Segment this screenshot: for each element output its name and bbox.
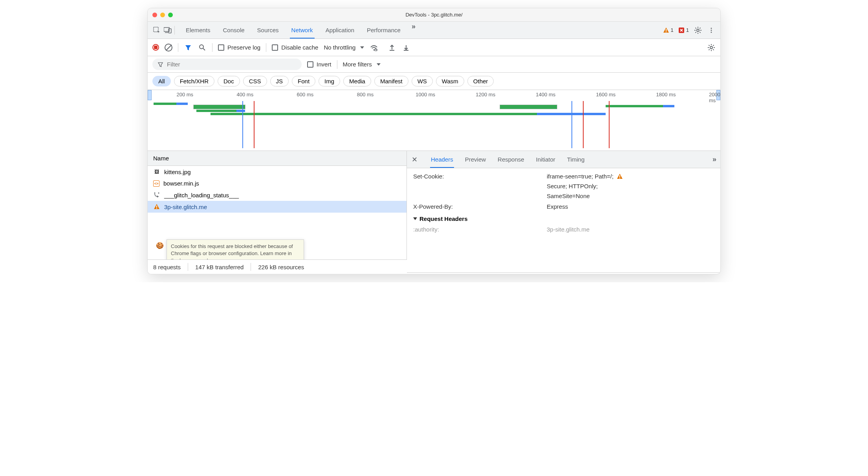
warnings-count: 1 xyxy=(671,27,674,33)
filter-chip-media[interactable]: Media xyxy=(343,76,371,86)
disable-cache-checkbox[interactable]: Disable cache xyxy=(272,44,318,51)
filter-chip-img[interactable]: Img xyxy=(319,76,340,86)
search-icon[interactable] xyxy=(198,43,207,52)
traffic-lights xyxy=(152,13,173,17)
svg-rect-23 xyxy=(619,178,620,178)
filter-chip-font[interactable]: Font xyxy=(292,76,315,86)
time-labels: 200 ms 400 ms 600 ms 800 ms 1000 ms 1200… xyxy=(148,92,720,99)
network-settings-gear-icon[interactable] xyxy=(707,43,716,52)
svg-rect-21 xyxy=(156,208,157,209)
svg-point-7 xyxy=(697,29,699,31)
warning-icon xyxy=(617,173,623,180)
request-headers-section[interactable]: Request Headers xyxy=(413,215,714,222)
record-button[interactable] xyxy=(152,44,159,51)
filter-chip-css[interactable]: CSS xyxy=(243,76,267,86)
main-tabs: Elements Console Sources Network Applica… xyxy=(184,22,661,38)
request-row[interactable]: 🖼 kittens.jpg xyxy=(148,166,407,178)
svg-point-10 xyxy=(711,31,712,33)
transferred-size: 147 kB transferred xyxy=(195,264,244,270)
maximize-window-button[interactable] xyxy=(168,13,173,17)
filter-input[interactable] xyxy=(152,59,302,70)
tab-preview[interactable]: Preview xyxy=(464,152,487,167)
tab-sources[interactable]: Sources xyxy=(256,22,280,38)
svg-rect-22 xyxy=(619,175,620,177)
svg-point-18 xyxy=(154,193,156,194)
svg-rect-20 xyxy=(156,206,157,208)
tab-initiator[interactable]: Initiator xyxy=(535,152,556,167)
disclosure-triangle-icon xyxy=(413,217,417,220)
request-name: kittens.jpg xyxy=(164,169,191,175)
tab-elements[interactable]: Elements xyxy=(184,22,212,38)
image-file-icon: 🖼 xyxy=(153,168,160,175)
request-row[interactable]: ___glitch_loading_status___ xyxy=(148,189,407,201)
minimize-window-button[interactable] xyxy=(160,13,165,17)
column-header-name[interactable]: Name xyxy=(148,151,407,166)
filter-chip-wasm[interactable]: Wasm xyxy=(436,76,464,86)
svg-point-8 xyxy=(711,28,712,29)
throttling-dropdown[interactable]: No throttling xyxy=(324,44,364,51)
chevron-down-icon xyxy=(377,63,381,66)
detail-panel: ✕ Headers Preview Response Initiator Tim… xyxy=(407,151,720,272)
time-label: 400 ms xyxy=(237,92,254,97)
divider xyxy=(212,43,212,52)
request-row[interactable]: <> bowser.min.js xyxy=(148,178,407,189)
invert-checkbox[interactable]: Invert xyxy=(307,61,331,68)
filter-chip-js[interactable]: JS xyxy=(270,76,289,86)
errors-badge[interactable]: 1 xyxy=(678,27,689,33)
window-title: DevTools - 3pc.glitch.me/ xyxy=(405,12,462,18)
upload-har-icon[interactable] xyxy=(388,43,396,52)
filter-row: Invert More filters xyxy=(148,56,720,73)
more-menu-icon[interactable] xyxy=(707,26,716,35)
inspect-element-icon[interactable] xyxy=(152,26,161,35)
title-bar: DevTools - 3pc.glitch.me/ xyxy=(148,8,720,22)
download-har-icon[interactable] xyxy=(402,43,410,52)
filter-chip-other[interactable]: Other xyxy=(467,76,494,86)
filter-chip-manifest[interactable]: Manifest xyxy=(374,76,408,86)
close-detail-button[interactable]: ✕ xyxy=(412,155,418,164)
timeline-overview[interactable]: 200 ms 400 ms 600 ms 800 ms 1000 ms 1200… xyxy=(148,90,720,151)
settings-gear-icon[interactable] xyxy=(694,26,702,35)
tab-headers[interactable]: Headers xyxy=(430,152,454,168)
divider xyxy=(266,43,266,52)
tab-application[interactable]: Application xyxy=(324,22,356,38)
more-filters-dropdown[interactable]: More filters xyxy=(343,61,381,68)
warning-icon xyxy=(153,203,160,210)
network-conditions-icon[interactable] xyxy=(370,43,378,52)
filter-toggle-icon[interactable] xyxy=(184,43,192,52)
header-name: X-Powered-By: xyxy=(413,203,547,210)
js-file-icon: <> xyxy=(153,180,159,187)
waterfall xyxy=(148,101,720,148)
preserve-log-checkbox[interactable]: Preserve log xyxy=(218,44,260,51)
time-label: 600 ms xyxy=(297,92,314,97)
request-list-panel: Name 🖼 kittens.jpg <> bowser.min.js ___g… xyxy=(148,151,407,272)
clear-button[interactable] xyxy=(165,44,172,51)
filter-chip-ws[interactable]: WS xyxy=(412,76,433,86)
more-tabs-chevron-icon[interactable]: » xyxy=(412,22,415,38)
filter-chip-all[interactable]: All xyxy=(152,76,171,86)
tab-response[interactable]: Response xyxy=(497,152,525,167)
more-detail-tabs-icon[interactable]: » xyxy=(712,155,716,164)
filter-chip-doc[interactable]: Doc xyxy=(218,76,240,86)
svg-rect-2 xyxy=(165,32,168,33)
main-toolbar: Elements Console Sources Network Applica… xyxy=(148,22,720,39)
tab-network[interactable]: Network xyxy=(290,22,315,39)
warnings-badge[interactable]: 1 xyxy=(663,27,674,33)
resources-size: 226 kB resources xyxy=(258,264,304,270)
svg-point-11 xyxy=(200,45,203,49)
divider xyxy=(178,43,178,52)
tab-timing[interactable]: Timing xyxy=(566,152,585,167)
filter-chip-fetchxhr[interactable]: Fetch/XHR xyxy=(174,76,214,86)
time-label: 1800 ms xyxy=(656,92,676,97)
throttling-value: No throttling xyxy=(324,44,355,51)
network-toolbar: Preserve log Disable cache No throttling xyxy=(148,39,720,56)
tab-performance[interactable]: Performance xyxy=(365,22,402,38)
request-name: ___glitch_loading_status___ xyxy=(164,192,239,198)
close-window-button[interactable] xyxy=(152,13,157,17)
tab-console[interactable]: Console xyxy=(222,22,246,38)
requests-count: 8 requests xyxy=(153,264,181,270)
device-toolbar-icon[interactable] xyxy=(163,26,172,35)
request-row[interactable]: 3p-site.glitch.me xyxy=(148,201,407,213)
filter-text-input[interactable] xyxy=(167,61,296,68)
svg-point-17 xyxy=(710,46,712,49)
funnel-icon xyxy=(158,62,163,67)
